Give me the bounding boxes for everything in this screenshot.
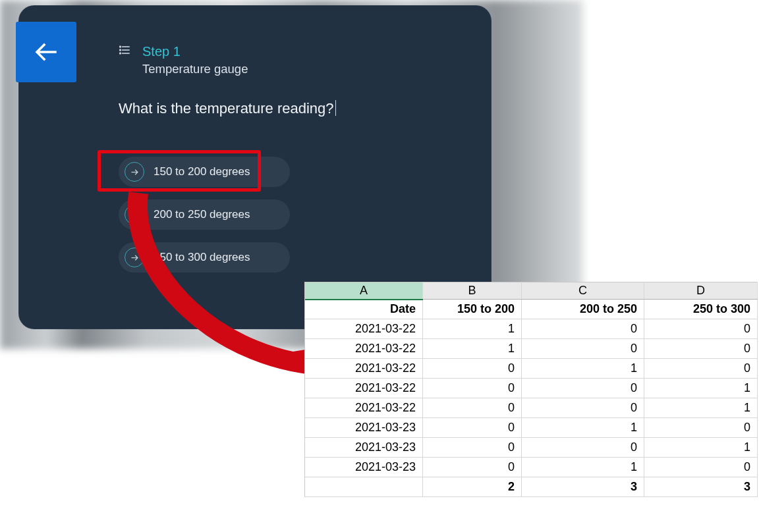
- arrow-right-icon: [125, 205, 144, 225]
- table-row: 2021-03-23010: [305, 458, 758, 477]
- step-subtitle: Temperature gauge: [142, 62, 465, 76]
- cell[interactable]: 2021-03-22: [305, 359, 423, 379]
- cell[interactable]: 0: [423, 379, 522, 398]
- cell[interactable]: 1: [522, 359, 644, 379]
- cell[interactable]: 1: [522, 458, 644, 477]
- cell[interactable]: 0: [644, 359, 758, 379]
- cell[interactable]: 150 to 200: [423, 300, 522, 319]
- svg-point-5: [120, 53, 121, 54]
- card-question: What is the temperature reading?: [119, 100, 465, 117]
- text-caret: [335, 100, 336, 116]
- guide-card: Step 1 Temperature gauge What is the tem…: [18, 5, 492, 329]
- column-header-D[interactable]: D: [644, 282, 758, 300]
- column-header-A[interactable]: A: [305, 282, 423, 300]
- cell[interactable]: 1: [644, 398, 758, 418]
- cell[interactable]: [305, 477, 423, 497]
- table-row: 2021-03-23001: [305, 438, 758, 458]
- back-button[interactable]: [16, 22, 76, 82]
- table-header-row: Date 150 to 200 200 to 250 250 to 300: [305, 300, 758, 319]
- option-label: 250 to 300 degrees: [154, 251, 250, 264]
- table-row: 2021-03-22001: [305, 398, 758, 418]
- steps-list-icon: [119, 43, 132, 59]
- table-row: 2021-03-22100: [305, 319, 758, 339]
- cell[interactable]: 2021-03-22: [305, 339, 423, 359]
- cell[interactable]: 1: [644, 438, 758, 458]
- cell[interactable]: Date: [305, 300, 423, 319]
- column-header-C[interactable]: C: [522, 282, 644, 300]
- cell[interactable]: 0: [644, 319, 758, 339]
- cell[interactable]: 1: [644, 379, 758, 398]
- arrow-right-icon: [125, 248, 144, 267]
- option-250-300[interactable]: 250 to 300 degrees: [119, 242, 290, 273]
- cell[interactable]: 2021-03-22: [305, 319, 423, 339]
- cell[interactable]: 0: [423, 458, 522, 477]
- cell[interactable]: 0: [522, 339, 644, 359]
- arrow-right-icon: [125, 162, 144, 182]
- step-title: Step 1: [142, 44, 181, 59]
- svg-point-4: [120, 49, 121, 51]
- cell[interactable]: 3: [644, 477, 758, 497]
- cell[interactable]: 0: [644, 418, 758, 438]
- cell[interactable]: 2021-03-22: [305, 379, 423, 398]
- svg-point-3: [120, 46, 121, 47]
- cell[interactable]: 3: [522, 477, 644, 497]
- cell[interactable]: 1: [423, 339, 522, 359]
- cell[interactable]: 0: [522, 398, 644, 418]
- totals-row: 2 3 3: [305, 477, 758, 497]
- cell[interactable]: 0: [522, 438, 644, 458]
- table-row: 2021-03-22010: [305, 359, 758, 379]
- cell[interactable]: 1: [522, 418, 644, 438]
- table-row: 2021-03-22001: [305, 379, 758, 398]
- cell[interactable]: 0: [644, 339, 758, 359]
- cell[interactable]: 2021-03-23: [305, 458, 423, 477]
- cell[interactable]: 2: [423, 477, 522, 497]
- cell[interactable]: 200 to 250: [522, 300, 644, 319]
- cell[interactable]: 1: [423, 319, 522, 339]
- cell[interactable]: 0: [423, 398, 522, 418]
- option-label: 150 to 200 degrees: [154, 165, 250, 178]
- options-list: 150 to 200 degrees 200 to 250 degrees 25…: [119, 157, 290, 273]
- cell[interactable]: 0: [423, 438, 522, 458]
- cell[interactable]: 0: [423, 418, 522, 438]
- cell[interactable]: 0: [522, 379, 644, 398]
- column-letter-row: A B C D: [305, 282, 758, 300]
- cell[interactable]: 0: [423, 359, 522, 379]
- cell[interactable]: 2021-03-23: [305, 438, 423, 458]
- cell[interactable]: 2021-03-22: [305, 398, 423, 418]
- option-200-250[interactable]: 200 to 250 degrees: [119, 200, 290, 230]
- table-row: 2021-03-23010: [305, 418, 758, 438]
- question-text: What is the temperature reading?: [119, 100, 334, 117]
- option-150-200[interactable]: 150 to 200 degrees: [119, 157, 290, 187]
- column-header-B[interactable]: B: [423, 282, 522, 300]
- cell[interactable]: 250 to 300: [644, 300, 758, 319]
- cell[interactable]: 2021-03-23: [305, 418, 423, 438]
- table-row: 2021-03-22100: [305, 339, 758, 359]
- option-label: 200 to 250 degrees: [154, 208, 250, 221]
- spreadsheet: A B C D Date 150 to 200 200 to 250 250 t…: [304, 282, 758, 497]
- cell[interactable]: 0: [522, 319, 644, 339]
- cell[interactable]: 0: [644, 458, 758, 477]
